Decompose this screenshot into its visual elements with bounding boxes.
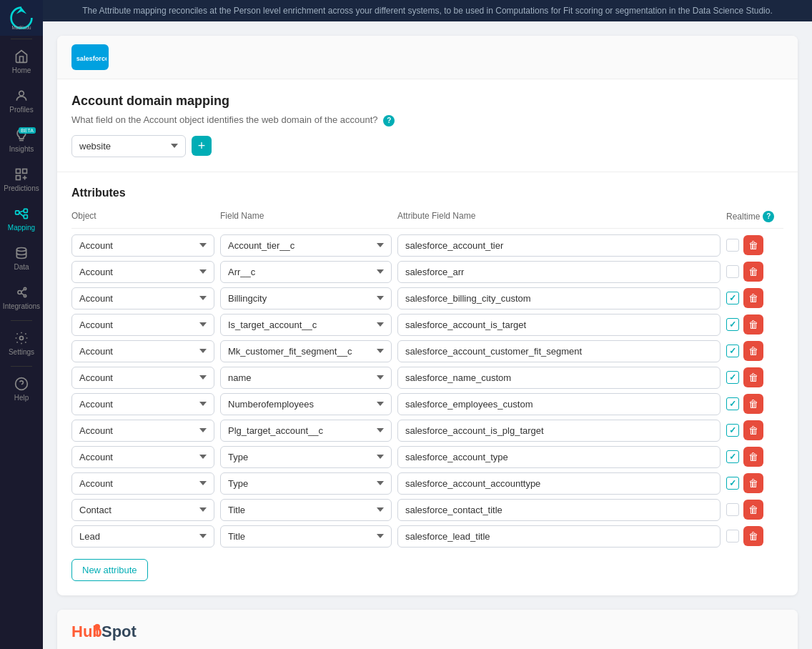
field-name-select[interactable]: Numberofemployees [220,393,392,415]
delete-row-button[interactable]: 🗑 [743,447,763,467]
field-name-select[interactable]: Plg_target_account__c [220,420,392,442]
field-name-select[interactable]: Billingcity [220,287,392,309]
salesforce-attributes-section: Attributes Object Field Name Attribute F… [57,172,798,595]
main-content: The Attribute mapping reconciles at the … [43,0,812,649]
scroll-area: salesforce Account domain mapping What f… [43,21,812,649]
salesforce-logo: salesforce [71,44,109,70]
table-row: Account Is_target_account__c 🗑 [71,314,783,336]
realtime-controls: 🗑 [726,394,783,414]
sidebar-item-data[interactable]: Data [0,239,43,278]
sidebar-item-insights[interactable]: BETA Insights [0,121,43,160]
domain-mapping-help-icon[interactable]: ? [383,115,395,127]
domain-mapping: Account domain mapping What field on the… [57,79,798,172]
svg-text:Spot: Spot [102,623,137,640]
svg-point-13 [18,291,21,294]
field-name-select[interactable]: Account_tier__c [220,234,392,257]
object-select[interactable]: Account [71,420,214,442]
svg-line-11 [19,212,24,217]
object-select[interactable]: Account [71,472,214,495]
object-select[interactable]: Account [71,393,214,415]
delete-row-button[interactable]: 🗑 [743,420,763,440]
sidebar-item-profiles[interactable]: Profiles [0,81,43,121]
realtime-checkbox[interactable] [726,318,739,331]
realtime-checkbox[interactable] [726,503,739,516]
domain-field-select[interactable]: website domain account_domain__c [71,135,186,157]
realtime-checkbox[interactable] [726,450,739,463]
attribute-field-name-input[interactable] [397,420,721,442]
realtime-checkbox[interactable] [726,292,739,304]
field-name-select[interactable]: Arr__c [220,261,392,283]
add-domain-field-button[interactable]: + [192,136,212,156]
object-select[interactable]: ContactAccountLead [71,499,214,521]
realtime-checkbox[interactable] [726,530,739,543]
realtime-checkbox[interactable] [726,371,739,384]
svg-rect-4 [16,169,21,174]
sidebar-item-settings[interactable]: Settings [0,324,43,363]
salesforce-new-attribute-button[interactable]: New attribute [71,559,148,581]
attribute-field-name-input[interactable] [397,340,721,362]
table-row: AccountContactLead Account_tier__c 🗑 [71,234,783,257]
realtime-checkbox[interactable] [726,265,739,278]
delete-row-button[interactable]: 🗑 [743,394,763,414]
attribute-field-name-input[interactable] [397,472,721,495]
sidebar-item-integrations[interactable]: Integrations [0,278,43,317]
realtime-info-icon[interactable]: ? [763,211,774,222]
delete-row-button[interactable]: 🗑 [743,526,763,546]
table-row: Account Billingcity 🗑 [71,287,783,309]
delete-row-button[interactable]: 🗑 [743,314,763,335]
table-row: Account name 🗑 [71,367,783,389]
svg-rect-6 [16,176,21,180]
svg-rect-7 [16,211,19,214]
svg-text:MadKudu: MadKudu [12,25,31,30]
delete-row-button[interactable]: 🗑 [743,473,763,493]
object-select[interactable]: Account [71,287,214,309]
delete-row-button[interactable]: 🗑 [743,341,763,361]
attribute-field-name-input[interactable] [397,525,721,548]
sidebar-item-mapping[interactable]: Mapping [0,199,43,239]
sidebar-item-help[interactable]: Help [0,370,43,409]
delete-row-button[interactable]: 🗑 [743,500,763,520]
field-name-select[interactable]: name [220,367,392,389]
svg-point-12 [16,248,26,252]
attribute-field-name-input[interactable] [397,393,721,415]
realtime-checkbox[interactable] [726,239,739,252]
object-select[interactable]: Account [71,367,214,389]
attr-table-header: Object Field Name Attribute Field Name R… [71,211,783,229]
table-row: Account Arr__c 🗑 [71,261,783,283]
object-select[interactable]: LeadAccountContact [71,525,214,548]
sidebar-item-predictions[interactable]: Predictions [0,160,43,199]
object-select[interactable]: Account [71,446,214,468]
field-name-select[interactable]: Title [220,525,392,548]
field-name-select[interactable]: Mk_customer_fit_segment__c [220,340,392,362]
svg-rect-8 [24,209,27,212]
realtime-controls: 🗑 [726,447,783,467]
delete-row-button[interactable]: 🗑 [743,367,763,387]
attribute-field-name-input[interactable] [397,446,721,468]
salesforce-section: salesforce Account domain mapping What f… [57,36,798,595]
realtime-checkbox[interactable] [726,345,739,357]
realtime-checkbox[interactable] [726,397,739,410]
attribute-field-name-input[interactable] [397,367,721,389]
delete-row-button[interactable]: 🗑 [743,262,763,282]
realtime-controls: 🗑 [726,526,783,546]
object-select[interactable]: Account [71,340,214,362]
domain-mapping-description: What field on the Account object identif… [71,114,783,127]
field-name-select[interactable]: Is_target_account__c [220,314,392,336]
attribute-field-name-input[interactable] [397,287,721,309]
field-name-select[interactable]: Title [220,499,392,521]
delete-row-button[interactable]: 🗑 [743,235,763,255]
sidebar-divider-top [11,39,32,39]
attribute-field-name-input[interactable] [397,234,721,257]
object-select[interactable]: Account [71,261,214,283]
delete-row-button[interactable]: 🗑 [743,288,763,308]
attribute-field-name-input[interactable] [397,314,721,336]
object-select[interactable]: AccountContactLead [71,234,214,257]
realtime-checkbox[interactable] [726,477,739,490]
field-name-select[interactable]: Type [220,446,392,468]
attribute-field-name-input[interactable] [397,499,721,521]
object-select[interactable]: Account [71,314,214,336]
attribute-field-name-input[interactable] [397,261,721,283]
field-name-select[interactable]: Type [220,472,392,495]
sidebar-item-home[interactable]: Home [0,42,43,81]
realtime-checkbox[interactable] [726,424,739,437]
